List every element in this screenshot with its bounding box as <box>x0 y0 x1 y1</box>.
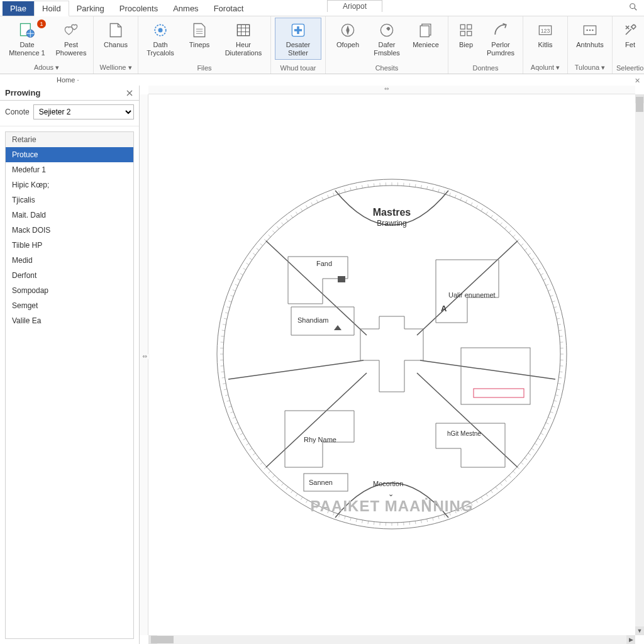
svg-point-5 <box>158 28 163 33</box>
svg-line-100 <box>282 483 284 486</box>
drawing-canvas[interactable]: Fand Shandiam Ualir enunemet A hGit Mest… <box>148 94 635 635</box>
svg-line-117 <box>227 401 230 401</box>
chanus-button[interactable]: Chanus <box>97 18 134 52</box>
dath-trycalols-button[interactable]: Dath Trycalols <box>142 18 179 60</box>
svg-line-45 <box>550 411 553 413</box>
room-hgit-label: hGit Mestne <box>447 430 481 437</box>
ribbon-button-label: Fet <box>625 41 635 49</box>
desater-stetler-button[interactable]: Desater Stetler <box>275 18 321 60</box>
svg-rect-22 <box>467 25 472 29</box>
list-item[interactable]: Sompodap <box>6 283 133 298</box>
tab-file[interactable]: Plae <box>3 1 34 16</box>
svg-line-183 <box>465 199 467 202</box>
svg-line-197 <box>528 253 531 255</box>
antnhuts-button[interactable]: Antnhuts <box>572 18 608 52</box>
svg-line-53 <box>528 453 531 455</box>
list-item[interactable]: Mait. Dald <box>6 208 133 223</box>
tab-hoild[interactable]: Hoild <box>34 1 69 16</box>
list-item[interactable]: Tjicalis <box>6 192 133 208</box>
selected-element[interactable] <box>474 389 524 397</box>
tab-parking[interactable]: Parking <box>69 1 112 16</box>
svg-line-129 <box>222 330 225 331</box>
svg-rect-21 <box>460 25 465 29</box>
scrollbar-horizontal[interactable]: ◀ ▶ <box>148 635 635 644</box>
fixture-icon <box>338 276 345 282</box>
tineps-button[interactable]: Tineps <box>181 18 218 52</box>
room-mocortion-label: Mocortion <box>373 480 403 487</box>
scroll-thumb-v[interactable] <box>636 97 643 112</box>
pest-phoweres-button[interactable]: Pest Phoweres <box>53 18 89 60</box>
svg-line-211 <box>558 330 562 331</box>
svg-line-137 <box>235 284 238 286</box>
panel-close-icon[interactable] <box>125 89 134 97</box>
biep-button[interactable]: Biep <box>452 18 480 52</box>
ribbon-group: ChanusWellione ▾ <box>94 16 138 74</box>
chevron-down-icon: ⌄ <box>388 490 394 497</box>
tab-anmes[interactable]: Anmes <box>165 1 206 16</box>
list-item[interactable]: Derfont <box>6 268 133 283</box>
meniece-button[interactable]: Meniece <box>408 18 444 52</box>
svg-line-212 <box>560 336 563 336</box>
svg-line-61 <box>496 487 497 489</box>
filter-select[interactable]: Sejieter 2 <box>33 104 134 119</box>
ribbon-button-label: Chanus <box>104 41 128 49</box>
dafer-fmsbles-button[interactable]: Dafer Fmsbles <box>369 18 405 60</box>
tab-procolents[interactable]: Procolents <box>112 1 165 16</box>
wrench-ring-icon <box>377 21 396 40</box>
fet-button[interactable]: Fet <box>616 18 644 52</box>
svg-line-122 <box>221 372 224 372</box>
svg-line-76 <box>415 521 416 524</box>
canvas-close-icon[interactable]: ✕ <box>632 77 643 85</box>
scrollbar-vertical[interactable]: ▲ ▼ <box>635 94 644 635</box>
svg-line-180 <box>450 192 451 196</box>
svg-point-18 <box>380 24 392 36</box>
svg-line-42 <box>555 395 558 396</box>
tab-forotact[interactable]: Forotact <box>206 1 252 16</box>
list-item[interactable]: Medid <box>6 253 133 268</box>
scroll-thumb-h[interactable] <box>151 636 174 643</box>
scroll-down-icon[interactable]: ▼ <box>635 626 644 635</box>
svg-line-49 <box>541 433 543 435</box>
svg-line-115 <box>230 411 233 413</box>
svg-line-154 <box>301 208 303 211</box>
svg-line-207 <box>554 307 557 308</box>
gear-ring-icon <box>151 21 170 40</box>
svg-line-202 <box>543 279 546 280</box>
scroll-right-icon[interactable]: ▶ <box>626 635 635 644</box>
svg-line-159 <box>328 195 329 198</box>
drawing-subtitle: Brawring <box>377 219 406 228</box>
list-item[interactable]: Valile Ea <box>6 313 133 328</box>
list-item[interactable]: Medefur 1 <box>6 162 133 177</box>
document-tab[interactable]: Ariopot <box>327 0 382 12</box>
svg-line-176 <box>427 186 428 189</box>
svg-line-85 <box>362 520 363 523</box>
ribbon-button-label: Perlor Pumdres <box>484 41 517 57</box>
list-item[interactable]: Hipic Kœp; <box>6 177 133 192</box>
svg-line-156 <box>311 203 313 205</box>
svg-line-218 <box>417 373 518 467</box>
ribbon-button-label: Heur Diuterations <box>222 41 265 57</box>
list-item[interactable]: Mack DOIS <box>6 223 133 238</box>
page-lines-icon <box>190 21 209 40</box>
breadcrumb-home[interactable]: Home · <box>57 76 79 84</box>
heur-diuterations-button[interactable]: Heur Diuterations <box>220 18 267 60</box>
svg-line-99 <box>286 487 288 489</box>
ribbon-group-label: Dontnes <box>452 63 519 74</box>
ruler-vertical: ⇕ <box>140 94 148 635</box>
otopeh-button[interactable]: Ofopeh <box>330 18 366 52</box>
ribbon-group: Dath TrycalolsTinepsHeur DiuterationsFil… <box>138 16 271 74</box>
list-item[interactable]: Protuce <box>6 147 133 162</box>
svg-line-111 <box>240 433 243 435</box>
svg-line-200 <box>538 268 540 270</box>
search-icon[interactable] <box>629 3 638 11</box>
pages-stack-icon <box>416 21 435 40</box>
list-item[interactable]: Tiible HP <box>6 238 133 253</box>
svg-line-147 <box>269 235 271 236</box>
kitks-button[interactable]: 123Kitlis <box>527 18 564 52</box>
perlor-pumdres-button[interactable]: Perlor Pumdres <box>482 18 519 60</box>
svg-line-161 <box>339 191 340 194</box>
list-item[interactable]: Semget <box>6 298 133 313</box>
svg-point-33 <box>217 179 567 529</box>
svg-line-107 <box>253 453 255 455</box>
date-mtenence-button[interactable]: 1Date Mtenence 1 <box>4 18 50 60</box>
